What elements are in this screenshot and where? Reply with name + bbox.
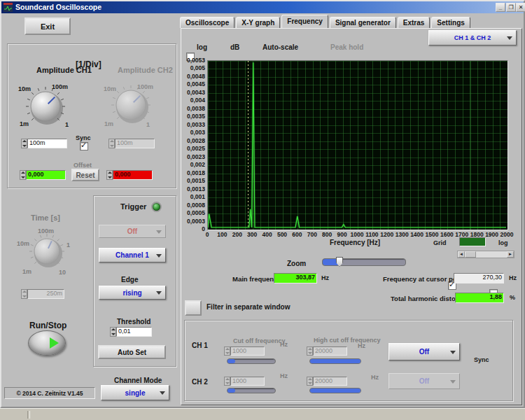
cursor-frequency-field: 270,30 [454, 273, 504, 284]
tab-bar: OscilloscopeX-Y graphFrequencySignal gen… [180, 15, 472, 28]
filter-window-label: Filter in separate window [206, 303, 290, 311]
y-axis-tick: 0,0053 [187, 57, 205, 64]
y-axis-tick: 0,0008 [187, 202, 205, 209]
dial-label: 1m [104, 120, 113, 127]
x-log-label: log [498, 239, 508, 246]
increment-arrows-icon [224, 346, 230, 356]
chevron-down-icon [156, 291, 162, 295]
filter-ch1-mode-dropdown[interactable]: Off [388, 343, 460, 360]
hz-label: Hz [280, 372, 288, 379]
channel-mode-label: Channel Mode [114, 377, 162, 384]
y-axis-tick: 0,0005 [187, 209, 205, 216]
y-axis-tick: 0,0023 [187, 153, 205, 160]
trace-color-swatch[interactable] [459, 237, 486, 246]
exit-button[interactable]: Exit [24, 18, 71, 35]
window-title: Soundcard Oscilloscope [15, 3, 102, 11]
y-axis-tick: 0,0033 [187, 121, 205, 128]
chevron-down-icon [450, 380, 456, 384]
offset-reset-button[interactable]: Reset [71, 169, 99, 181]
edge-label: Edge [121, 276, 138, 284]
increment-arrows-icon [307, 377, 313, 386]
filter-ch2-high-slider[interactable] [309, 388, 361, 393]
filter-ch2-low-slider[interactable] [227, 388, 276, 393]
y-axis-tick: 0,0028 [187, 137, 205, 144]
increment-arrows-icon [21, 289, 27, 299]
tab-signal-generator[interactable]: Signal generator [330, 17, 396, 28]
spectrum-plot[interactable] [207, 60, 508, 230]
y-axis-tick: 0,005 [190, 64, 205, 71]
ch1-offset-field[interactable]: 0,000 [20, 170, 66, 180]
y-axis-tick: 0,001 [190, 193, 205, 200]
dial-label: 1 [146, 121, 150, 128]
app-window: Soundcard Oscilloscope _ ❐ ✕ Exit Amplit… [0, 0, 525, 408]
channel-mode-dropdown[interactable]: single [101, 385, 169, 400]
dial-label: 10m [18, 85, 31, 92]
y-axis-tick: 0,0013 [187, 186, 205, 192]
ch2-offset-field[interactable]: 0,000 [106, 170, 153, 180]
y-axis-tick: 0,0025 [187, 145, 205, 152]
y-axis-tick: 0,003 [190, 129, 205, 136]
filter-ch2-low-value: 1000 [224, 377, 265, 386]
filter-sync-label: Sync [474, 356, 489, 363]
dial-label: 100m [52, 83, 68, 90]
x-axis-title: Frequency [Hz] [320, 239, 390, 246]
trigger-label: Trigger [120, 202, 146, 211]
y-axis-tick: 0,0043 [187, 89, 205, 96]
threshold-label: Threshold [117, 318, 150, 326]
amplitude-sync-checkbox[interactable] [80, 142, 88, 150]
tab-settings[interactable]: Settings [431, 17, 470, 28]
filter-ch1-high-slider[interactable] [309, 358, 361, 364]
trigger-edge-dropdown[interactable]: rising [99, 286, 166, 300]
scrollbar-thumb[interactable] [465, 251, 476, 258]
title-bar[interactable]: Soundcard Oscilloscope _ ❐ ✕ [1, 1, 524, 13]
time-label: Time [s] [31, 214, 60, 222]
zoom-label: Zoom [287, 260, 306, 267]
close-button[interactable]: ✕ [516, 3, 525, 12]
channel-select-dropdown[interactable]: CH 1 & CH 2 [428, 30, 517, 46]
zoom-slider[interactable] [322, 258, 406, 266]
high-cutoff-label: High cut off frequency [314, 337, 381, 344]
thd-unit: % [510, 294, 515, 301]
increment-arrows-icon[interactable] [21, 139, 27, 148]
increment-arrows-icon[interactable] [106, 170, 113, 180]
restore-button[interactable]: ❐ [506, 3, 516, 12]
scroll-right-arrow-icon[interactable]: ► [507, 251, 514, 258]
tab-x-y-graph[interactable]: X-Y graph [236, 17, 280, 28]
threshold-value[interactable]: 0,01 [110, 327, 152, 337]
amplitude-unit-label: [1/Div] [76, 59, 102, 69]
grid-label: Grid [433, 239, 447, 246]
auto-set-button[interactable]: Auto Set [98, 345, 166, 359]
tab-frequency[interactable]: Frequency [281, 15, 328, 28]
trigger-source-dropdown[interactable]: Channel 1 [99, 248, 166, 262]
amplitude-ch1-value[interactable]: 100m [21, 139, 67, 148]
scroll-left-arrow-icon[interactable]: ◄ [458, 251, 465, 258]
y-axis-tick: 0,0035 [187, 113, 205, 120]
hz-label: Hz [371, 374, 379, 381]
auto-scale-label: Auto-scale [262, 43, 298, 51]
amplitude-ch2-label: Amplitude CH2 [118, 66, 173, 74]
chevron-down-icon [156, 230, 162, 234]
y-axis-tick: 0,002 [190, 161, 205, 168]
trigger-mode-dropdown: Off [99, 225, 166, 238]
offset-label: Offset [74, 162, 92, 169]
amplitude-ch2-value: 100m [108, 139, 155, 148]
filter-ch1-low-value: 1000 [224, 346, 265, 356]
increment-arrows-icon[interactable] [110, 327, 116, 337]
increment-arrows-icon[interactable] [20, 170, 26, 180]
tab-extras[interactable]: Extras [398, 17, 430, 28]
main-frequency-unit: Hz [321, 274, 329, 281]
run-stop-button[interactable] [28, 330, 66, 356]
filter-ch1-low-slider[interactable] [227, 358, 276, 364]
tab-oscilloscope[interactable]: Oscilloscope [180, 17, 234, 28]
chevron-down-icon [507, 36, 512, 40]
cursor-frequency-unit: Hz [509, 274, 517, 281]
y-axis-tick: 0,0015 [187, 177, 205, 184]
time-value: 250m [21, 289, 64, 299]
y-axis-labels: 0,00530,0050,00480,00450,00430,0040,0038… [178, 60, 205, 229]
y-axis-tick: 0,0018 [187, 169, 205, 176]
minimize-button[interactable]: _ [496, 3, 505, 12]
dial-label: 10m [104, 85, 116, 92]
filter-window-button[interactable] [185, 300, 202, 316]
filter-ch2-high-value: 20000 [307, 377, 347, 386]
plot-scrollbar[interactable]: ◄ ► [457, 251, 514, 258]
